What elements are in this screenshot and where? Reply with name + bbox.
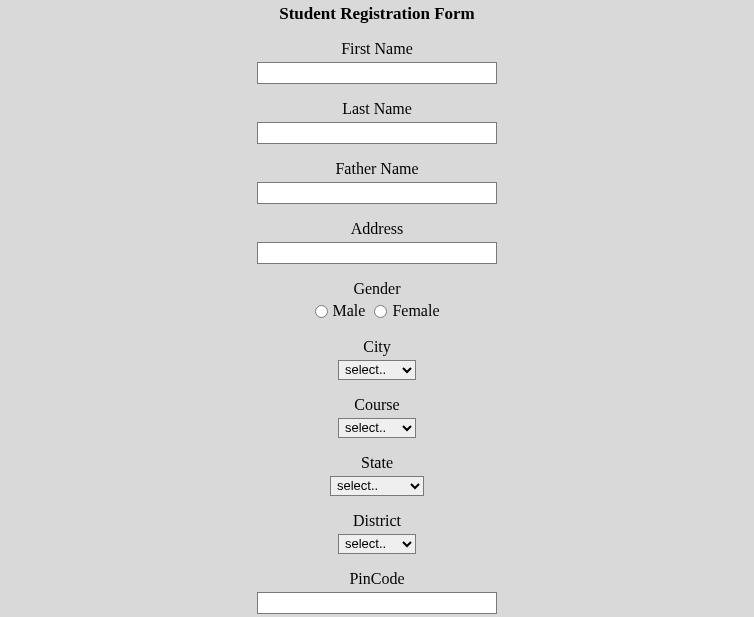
registration-form: Student Registration Form First Name Las… xyxy=(0,0,754,617)
gender-female-radio[interactable] xyxy=(374,305,387,318)
course-label: Course xyxy=(0,396,754,414)
address-group: Address xyxy=(0,220,754,264)
course-group: Course select.. xyxy=(0,396,754,438)
gender-female-label: Female xyxy=(392,302,439,320)
father-name-label: Father Name xyxy=(0,160,754,178)
course-select[interactable]: select.. xyxy=(338,418,416,438)
state-select[interactable]: select.. xyxy=(330,476,424,496)
address-input[interactable] xyxy=(257,242,497,264)
pincode-label: PinCode xyxy=(0,570,754,588)
gender-group: Gender Male Female xyxy=(0,280,754,322)
father-name-input[interactable] xyxy=(257,182,497,204)
first-name-input[interactable] xyxy=(257,62,497,84)
city-label: City xyxy=(0,338,754,356)
gender-label: Gender xyxy=(0,280,754,298)
district-label: District xyxy=(0,512,754,530)
pincode-group: PinCode xyxy=(0,570,754,614)
address-label: Address xyxy=(0,220,754,238)
last-name-label: Last Name xyxy=(0,100,754,118)
state-label: State xyxy=(0,454,754,472)
last-name-input[interactable] xyxy=(257,122,497,144)
gender-male-label: Male xyxy=(333,302,366,320)
form-title: Student Registration Form xyxy=(0,2,754,24)
city-select[interactable]: select.. xyxy=(338,360,416,380)
district-select[interactable]: select.. xyxy=(338,534,416,554)
first-name-group: First Name xyxy=(0,40,754,84)
state-group: State select.. xyxy=(0,454,754,496)
last-name-group: Last Name xyxy=(0,100,754,144)
first-name-label: First Name xyxy=(0,40,754,58)
city-group: City select.. xyxy=(0,338,754,380)
pincode-input[interactable] xyxy=(257,592,497,614)
gender-male-radio[interactable] xyxy=(315,305,328,318)
father-name-group: Father Name xyxy=(0,160,754,204)
district-group: District select.. xyxy=(0,512,754,554)
